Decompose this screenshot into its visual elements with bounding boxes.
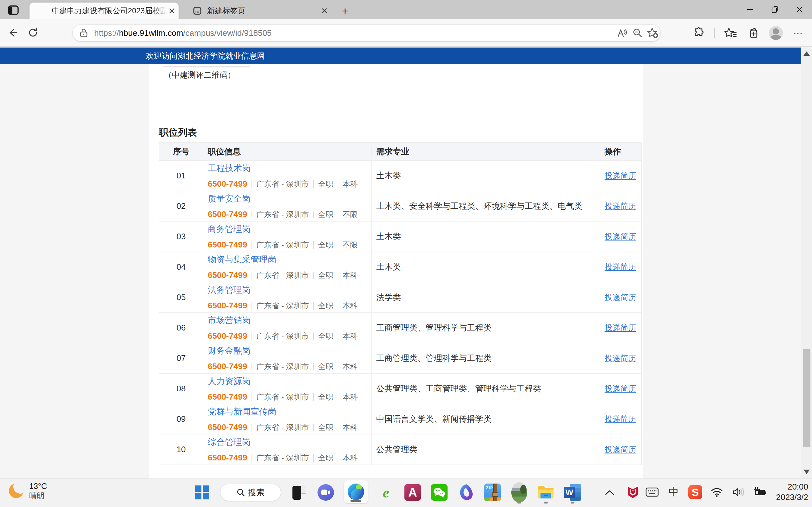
meta-divider (313, 363, 314, 371)
row-number: 06 (159, 323, 203, 333)
green-e-browser-icon[interactable]: e (377, 484, 395, 501)
meta-divider (252, 211, 252, 218)
apply-resume-link[interactable]: 投递简历 (605, 323, 636, 333)
edge-browser-icon[interactable] (344, 481, 368, 503)
tray-overflow-chevron-icon[interactable] (603, 484, 616, 501)
salary: 6500-7499 (208, 453, 247, 463)
zip-archiver-icon[interactable]: ZIP (484, 484, 501, 501)
extensions-icon[interactable] (692, 26, 706, 40)
qr-caption: （中建测评二维码） (164, 70, 235, 80)
job-title-link[interactable]: 党群与新闻宣传岗 (208, 406, 276, 417)
back-icon[interactable] (5, 25, 20, 40)
apply-resume-link[interactable]: 投递简历 (605, 262, 636, 272)
meta-divider (338, 454, 338, 462)
taskbar-clock[interactable]: 20:00 2023/3/2 (776, 482, 808, 503)
settings-more-icon[interactable]: ⋯ (791, 26, 806, 40)
read-aloud-icon[interactable] (615, 25, 630, 41)
tab-newtab[interactable]: 新建标签页 (186, 3, 330, 19)
job-title-link[interactable]: 财务金融岗 (208, 345, 251, 356)
url-text[interactable]: https://hbue.91wllm.com/campus/view/id/9… (94, 28, 271, 38)
battery-charging-icon[interactable] (753, 484, 767, 501)
collections-icon[interactable] (746, 26, 761, 40)
scrollbar-down-icon[interactable] (803, 469, 810, 474)
meta-divider (313, 211, 314, 218)
photo-app-icon[interactable] (511, 484, 528, 501)
job-type: 全职 (318, 301, 334, 311)
profile-avatar[interactable] (769, 26, 783, 40)
app-dark-window-icon[interactable] (291, 484, 308, 501)
col-header-info: 职位信息 (203, 146, 371, 157)
apply-resume-link[interactable]: 投递简历 (605, 444, 636, 455)
degree: 本科 (343, 422, 358, 433)
job-title-link[interactable]: 商务管理岗 (208, 223, 251, 235)
wechat-icon[interactable] (431, 484, 448, 501)
apply-resume-link[interactable]: 投递简历 (605, 201, 636, 211)
qr-code-image-bottom (163, 64, 250, 66)
table-row: 08 人力资源岗 6500-7499 广东省 - 深圳市 全职 本科 公共管理类… (159, 373, 641, 404)
minimize-button[interactable] (738, 0, 763, 19)
table-row: 06 市场营销岗 6500-7499 广东省 - 深圳市 全职 本科 工商管理类… (159, 313, 641, 343)
add-favorite-icon[interactable] (645, 25, 660, 41)
job-meta: 6500-7499 广东省 - 深圳市 全职 本科 (208, 422, 371, 433)
apply-resume-link[interactable]: 投递简历 (605, 353, 636, 363)
scrollbar-up-icon[interactable] (803, 51, 810, 56)
job-title-link[interactable]: 人力资源岗 (208, 376, 251, 387)
lock-icon[interactable] (80, 28, 88, 38)
touch-keyboard-icon[interactable] (645, 484, 659, 501)
job-title-link[interactable]: 综合管理岗 (208, 436, 251, 448)
apply-resume-link[interactable]: 投递简历 (605, 231, 636, 242)
scrollbar-thumb[interactable] (803, 349, 810, 447)
row-number: 02 (159, 201, 203, 211)
refresh-icon[interactable] (26, 25, 41, 40)
meta-divider (338, 302, 338, 309)
salary: 6500-7499 (208, 240, 247, 250)
address-bar[interactable]: https://hbue.91wllm.com/campus/view/id/9… (72, 25, 660, 41)
teams-chat-icon[interactable] (317, 484, 334, 501)
close-button[interactable] (787, 0, 812, 19)
degree: 本科 (343, 331, 358, 341)
col-header-majors: 需求专业 (371, 146, 600, 157)
sogou-input-icon[interactable]: S (688, 484, 703, 501)
required-majors: 土木类 (376, 231, 600, 242)
required-majors: 公共管理类、工商管理类、管理科学与工程类 (376, 383, 600, 394)
restore-button[interactable] (763, 0, 787, 19)
mcafee-icon[interactable] (625, 484, 640, 501)
access-icon[interactable]: A (404, 484, 421, 501)
microsoft365-icon[interactable] (457, 484, 474, 501)
tab-current[interactable]: 中建电力建设有限公司2023届校园 (30, 3, 179, 19)
degree: 本科 (343, 453, 358, 463)
tab-close-icon[interactable] (166, 5, 177, 16)
favorites-icon[interactable] (723, 26, 738, 40)
job-title-link[interactable]: 法务管理岗 (208, 284, 251, 296)
wifi-icon[interactable] (710, 484, 724, 501)
meta-divider (338, 363, 338, 371)
apply-resume-link[interactable]: 投递简历 (605, 414, 636, 424)
file-explorer-icon[interactable] (537, 484, 554, 501)
meta-divider (313, 272, 314, 279)
table-row: 05 法务管理岗 6500-7499 广东省 - 深圳市 全职 本科 法学类 投… (159, 282, 641, 313)
tab-actions-menu-icon[interactable] (6, 4, 20, 16)
start-button[interactable] (194, 484, 211, 501)
apply-resume-link[interactable]: 投递简历 (605, 292, 636, 302)
tab-title: 中建电力建设有限公司2023届校园 (52, 6, 166, 16)
salary: 6500-7499 (208, 331, 247, 341)
location: 广东省 - 深圳市 (256, 453, 309, 463)
word-icon[interactable]: W (564, 484, 581, 501)
job-title-link[interactable]: 物资与集采管理岗 (208, 254, 276, 265)
new-tab-button[interactable]: + (339, 4, 351, 17)
ime-language-icon[interactable]: 中 (666, 484, 681, 501)
job-title-link[interactable]: 质量安全岗 (208, 193, 251, 205)
apply-resume-link[interactable]: 投递简历 (605, 170, 636, 181)
weather-widget[interactable]: 13°C 晴朗 (9, 481, 47, 500)
table-row: 03 商务管理岗 6500-7499 广东省 - 深圳市 全职 不限 土木类 投… (159, 221, 641, 251)
apply-resume-link[interactable]: 投递简历 (605, 383, 636, 394)
job-title-link[interactable]: 工程技术岗 (208, 163, 251, 174)
volume-icon[interactable] (731, 484, 746, 501)
tab-close-icon[interactable] (319, 5, 330, 16)
salary: 6500-7499 (208, 422, 247, 432)
taskbar-search[interactable]: 搜索 (220, 484, 281, 501)
page-scrollbar[interactable] (801, 48, 812, 478)
zoom-out-icon[interactable] (630, 25, 645, 41)
meta-divider (313, 393, 314, 401)
job-title-link[interactable]: 市场营销岗 (208, 315, 251, 326)
